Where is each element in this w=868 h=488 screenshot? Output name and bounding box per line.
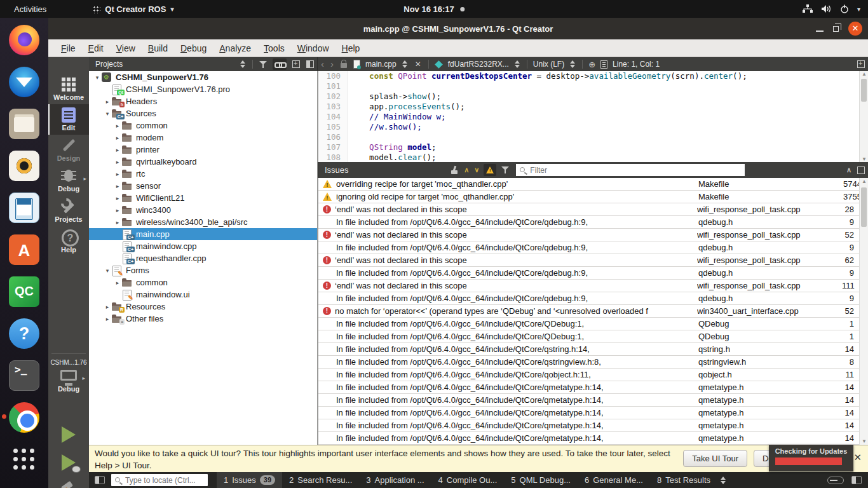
issue-row[interactable]: In file included from /opt/Qt/6.4.0/gcc_… <box>318 419 868 432</box>
issue-row[interactable]: In file included from /opt/Qt/6.4.0/gcc_… <box>318 330 868 343</box>
tree-item-qvirtualkeyboard[interactable]: ▸qvirtualkeyboard <box>89 156 317 168</box>
scroll-up-icon[interactable]: ▲ <box>860 71 868 77</box>
code-line-103[interactable]: 103 app.processEvents(); <box>318 102 868 112</box>
tree-item-resources[interactable]: ▸RResources <box>89 301 317 313</box>
sync-with-editor-icon[interactable] <box>273 58 287 70</box>
close-sidebar-icon[interactable] <box>306 60 314 68</box>
issue-row[interactable]: ‘endl’ was not declared in this scopewif… <box>318 254 868 267</box>
output-pane-issues[interactable]: 1Issues39 <box>217 472 282 488</box>
kit-selector[interactable]: CSHM...1.76 ▸ Debug <box>48 353 89 393</box>
issue-row[interactable]: In file included from /opt/Qt/6.4.0/gcc_… <box>318 381 868 394</box>
filter-icon[interactable] <box>259 60 267 69</box>
editor-preferences-icon[interactable]: ⊕ <box>588 60 595 69</box>
issue-row[interactable]: In file included from /opt/Qt/6.4.0/gcc_… <box>318 407 868 419</box>
mode-projects[interactable]: Projects <box>48 196 89 226</box>
expand-arrow-icon[interactable]: ▾ <box>93 74 102 81</box>
tree-item-main-cpp[interactable]: C+main.cpp <box>89 228 317 240</box>
collapse-pane-icon[interactable]: ∧ <box>846 166 851 174</box>
minimize-button[interactable] <box>816 30 824 32</box>
issue-row[interactable]: overriding recipe for target 'moc_qthand… <box>318 178 868 191</box>
line-number[interactable]: 106 <box>318 132 348 142</box>
tree-item-common[interactable]: ▸common <box>89 119 317 132</box>
line-number[interactable]: 100 <box>318 71 348 81</box>
editor-scrollbar[interactable]: ▲ ▼ <box>859 71 868 162</box>
menu-tools[interactable]: Tools <box>257 43 291 53</box>
line-number[interactable]: 108 <box>318 152 348 162</box>
clean-icon[interactable] <box>450 166 459 175</box>
menu-build[interactable]: Build <box>142 43 174 53</box>
app-indicator-menu[interactable]: Qt Creator ROS ▾ <box>92 4 173 14</box>
filter-categories-icon[interactable] <box>501 166 509 174</box>
output-pane-search-resu[interactable]: 2Search Resu... <box>282 472 359 488</box>
issues-filter-input[interactable] <box>516 164 745 176</box>
mode-help[interactable]: Help <box>48 226 89 257</box>
mode-design[interactable]: Design <box>48 135 89 165</box>
line-number[interactable]: 107 <box>318 142 348 152</box>
line-number[interactable]: 104 <box>318 112 348 122</box>
close-document-icon[interactable]: ✕ <box>415 60 421 69</box>
issue-row[interactable]: In file included from /opt/Qt/6.4.0/gcc_… <box>318 356 868 369</box>
code-editor[interactable]: 100 const QPoint currentDesktopsCenter =… <box>318 71 868 162</box>
issue-row[interactable]: ‘endl’ was not declared in this scopewif… <box>318 280 868 292</box>
issue-row[interactable]: no match for ‘operator<<’ (operand types… <box>318 305 868 318</box>
tree-item-cshmi-sunpowerv1-76[interactable]: ▾CSHMI_SunpowerV1.76 <box>89 71 317 83</box>
issue-row[interactable]: In file included from /opt/Qt/6.4.0/gcc_… <box>318 318 868 330</box>
expand-arrow-icon[interactable]: ▸ <box>113 195 122 201</box>
clock-menu[interactable]: Nov 16 16:17 <box>403 4 465 14</box>
dock-item-libreoffice-writer[interactable] <box>0 187 48 229</box>
tree-item-requesthandler-cpp[interactable]: C+requesthandler.cpp <box>89 252 317 264</box>
tree-item-winc3400[interactable]: ▸winc3400 <box>89 204 317 216</box>
menu-debug[interactable]: Debug <box>174 43 213 53</box>
expand-arrow-icon[interactable]: ▸ <box>103 304 112 310</box>
issue-row[interactable]: In file included from /opt/Qt/6.4.0/gcc_… <box>318 267 868 280</box>
tree-item-sources[interactable]: ▾C+Sources <box>89 107 317 119</box>
back-icon[interactable]: ‹ <box>321 58 324 71</box>
expand-arrow-icon[interactable]: ▸ <box>103 98 112 105</box>
tree-item-cshmi-sunpowerv1-76-pro[interactable]: QtCSHMI_SunpowerV1.76.pro <box>89 83 317 95</box>
tree-item-wireless-winc3400-ble-api-src[interactable]: ▸wireless/winc3400_ble_api/src <box>89 216 317 228</box>
expand-arrow-icon[interactable]: ▸ <box>113 207 122 214</box>
forward-icon[interactable]: › <box>330 58 334 71</box>
output-pane-general-me[interactable]: 6General Me... <box>578 472 650 488</box>
code-line-102[interactable]: 102 splash->show(); <box>318 92 868 102</box>
open-document-name[interactable]: main.cpp <box>365 60 397 69</box>
line-ending-dropdown-icon[interactable] <box>570 60 576 69</box>
window-title-bar[interactable]: main.cpp @ CSHMI_SunpowerV1.76 - Qt Crea… <box>48 18 868 39</box>
take-ui-tour-button[interactable]: Take UI Tour <box>683 450 747 467</box>
issue-row[interactable]: In file included from /opt/Qt/6.4.0/gcc_… <box>318 241 868 254</box>
tree-item-other-files[interactable]: ▸≡Other files <box>89 313 317 325</box>
expand-arrow-icon[interactable]: ▸ <box>113 219 122 226</box>
dock-item-firefox[interactable] <box>0 19 48 61</box>
code-line-101[interactable]: 101 <box>318 81 868 92</box>
issue-row[interactable]: In file included from /opt/Qt/6.4.0/gcc_… <box>318 292 868 305</box>
line-number[interactable]: 101 <box>318 81 348 92</box>
output-pane-qml-debug[interactable]: 5QML Debug... <box>504 472 578 488</box>
menu-file[interactable]: File <box>55 43 82 53</box>
run-button[interactable] <box>48 421 89 449</box>
dock-item-show-applications[interactable] <box>0 438 48 480</box>
code-line-108[interactable]: 108 model.clear(); <box>318 152 868 162</box>
issue-row[interactable]: ‘endl’ was not declared in this scopewif… <box>318 203 868 216</box>
menu-analyze[interactable]: Analyze <box>213 43 257 53</box>
tree-item-headers[interactable]: ▸hHeaders <box>89 95 317 107</box>
issues-scrollbar[interactable]: ▲ ▼ <box>859 178 868 445</box>
dock-item-help[interactable] <box>0 313 48 355</box>
tree-item-modem[interactable]: ▸modem <box>89 132 317 144</box>
expand-arrow-icon[interactable]: ▸ <box>113 135 122 141</box>
activities-button[interactable]: Activities <box>10 4 50 14</box>
tree-item-mainwindow-ui[interactable]: ✎mainwindow.ui <box>89 288 317 301</box>
tree-item-sensor[interactable]: ▸sensor <box>89 180 317 192</box>
dock-item-files[interactable] <box>0 103 48 145</box>
expand-arrow-icon[interactable]: ▸ <box>113 183 122 189</box>
dock-item-chrome[interactable] <box>0 396 48 438</box>
tree-item-rtc[interactable]: ▸rtc <box>89 168 317 180</box>
line-number[interactable]: 103 <box>318 102 348 112</box>
expand-arrow-icon[interactable]: ▸ <box>103 316 112 322</box>
issue-row[interactable]: ‘endl’ was not declared in this scopewif… <box>318 229 868 241</box>
build-button[interactable] <box>48 477 89 488</box>
expand-arrow-icon[interactable]: ▾ <box>103 268 112 274</box>
code-line-104[interactable]: 104 // MainWindow w; <box>318 112 868 122</box>
previous-item-icon[interactable]: ∧ <box>464 166 469 174</box>
issue-row[interactable]: In file included from /opt/Qt/6.4.0/gcc_… <box>318 394 868 407</box>
expand-arrow-icon[interactable]: ▸ <box>113 171 122 177</box>
